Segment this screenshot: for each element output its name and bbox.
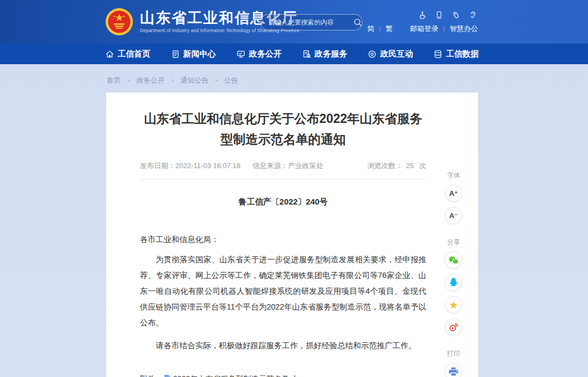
views-unit: 次 (419, 162, 426, 170)
breadcrumb-separator: > (127, 77, 130, 84)
interaction-icon (367, 50, 377, 59)
breadcrumb-notices[interactable]: 通知公告 (180, 76, 209, 85)
attachment-row: 附件： 2022年山东省服务型制造示范名单.docx (140, 374, 426, 377)
article-tools: 字体 A⁺ A⁻ 分享 ★ 打印 (436, 169, 471, 377)
word-file-icon (164, 375, 171, 377)
print-label: 打印 (447, 349, 460, 359)
monitor-icon (236, 50, 246, 59)
views-label: 浏览次数： (367, 162, 403, 170)
wechat-icon (448, 255, 459, 265)
simplified-chinese-link[interactable]: 简 (367, 24, 374, 34)
document-number: 鲁工信产〔2022〕240号 (140, 197, 426, 207)
breadcrumb-gov-info[interactable]: 政务公开 (136, 76, 164, 85)
publish-date-value: 2022-11-03 16:07:18 (175, 162, 241, 170)
breadcrumb: 首页 > 政务公开 > 通知公告 > 公告 (0, 64, 588, 92)
mobile-icon[interactable] (435, 11, 443, 19)
database-icon (433, 50, 443, 59)
article-title: 山东省工业和信息化厅关于公布2022年山东省服务型制造示范名单的通知 (140, 109, 426, 150)
qzone-star-icon: ★ (449, 300, 458, 310)
weibo-icon (448, 322, 459, 332)
search-box[interactable] (260, 14, 363, 30)
article-paragraph: 为贯彻落实国家、山东省关于进一步促进服务型制造发展相关要求，经申报推荐、专家评审… (140, 252, 426, 331)
article-paragraph: 请各市结合实际，积极做好跟踪服务工作，抓好经验总结和示范推广工作。 (140, 338, 426, 354)
share-qq-button[interactable] (445, 274, 462, 291)
mouse-icon[interactable] (452, 11, 460, 19)
source-value: 产业政策处 (288, 162, 323, 170)
breadcrumb-home[interactable]: 首页 (107, 76, 121, 85)
attachment-label: 附件： (140, 374, 163, 377)
article-card: 山东省工业和信息化厅关于公布2022年山东省服务型制造示范名单的通知 发布日期：… (106, 92, 478, 377)
search-input[interactable] (268, 18, 353, 26)
service-doc-icon (302, 50, 311, 59)
qq-icon (448, 277, 459, 288)
home-icon (105, 50, 114, 59)
nav-item-news[interactable]: 新闻中心 (171, 49, 216, 59)
attachment-link[interactable]: 2022年山东省服务型制造示范名单.docx (173, 374, 308, 377)
source-label: 信息来源： (253, 162, 288, 170)
font-decrease-button[interactable]: A⁻ (445, 207, 462, 224)
article-meta: 发布日期：2022-11-03 16:07:18 信息来源：产业政策处 浏览次数… (140, 161, 426, 180)
traditional-chinese-link[interactable]: 繁 (385, 24, 393, 34)
breadcrumb-current[interactable]: 公告 (224, 76, 238, 85)
smart-office-link[interactable]: 智慧办公 (450, 24, 478, 34)
share-qzone-button[interactable]: ★ (445, 296, 462, 313)
search-icon[interactable] (353, 17, 363, 27)
print-button[interactable] (445, 363, 462, 377)
main-nav: 工信首页 新闻中心 政务公开 政务服务 政民互动 工信数据 (0, 44, 588, 64)
publish-date-label: 发布日期： (140, 162, 175, 170)
national-emblem-icon (105, 8, 133, 36)
page-background: 首页 > 政务公开 > 通知公告 > 公告 山东省工业和信息化厅关于公布2022… (0, 64, 588, 377)
site-header: 山东省工业和信息化厅 Department of Industry and In… (0, 0, 588, 44)
font-increase-button[interactable]: A⁺ (445, 184, 462, 202)
nav-item-gov-info[interactable]: 政务公开 (236, 49, 281, 59)
divider: | (443, 26, 445, 32)
share-label: 分享 (447, 238, 460, 247)
hearing-icon[interactable] (469, 11, 477, 19)
nav-item-gov-service[interactable]: 政务服务 (302, 49, 347, 59)
views-count: 25 (406, 162, 414, 170)
news-icon (171, 50, 180, 59)
breadcrumb-separator: > (170, 77, 174, 84)
accessibility-icon[interactable] (418, 11, 426, 19)
printer-icon (448, 366, 459, 377)
font-size-label: 字体 (447, 171, 460, 180)
share-wechat-button[interactable] (445, 251, 462, 269)
mail-login-link[interactable]: 邮箱登录 (410, 24, 438, 34)
nav-item-data[interactable]: 工信数据 (433, 49, 479, 59)
share-weibo-button[interactable] (445, 318, 462, 336)
nav-item-interaction[interactable]: 政民互动 (367, 49, 413, 59)
divider: | (379, 26, 381, 32)
nav-item-home[interactable]: 工信首页 (105, 49, 150, 59)
breadcrumb-separator: > (215, 77, 218, 84)
salutation: 各市工业和信息化局： (140, 234, 426, 245)
